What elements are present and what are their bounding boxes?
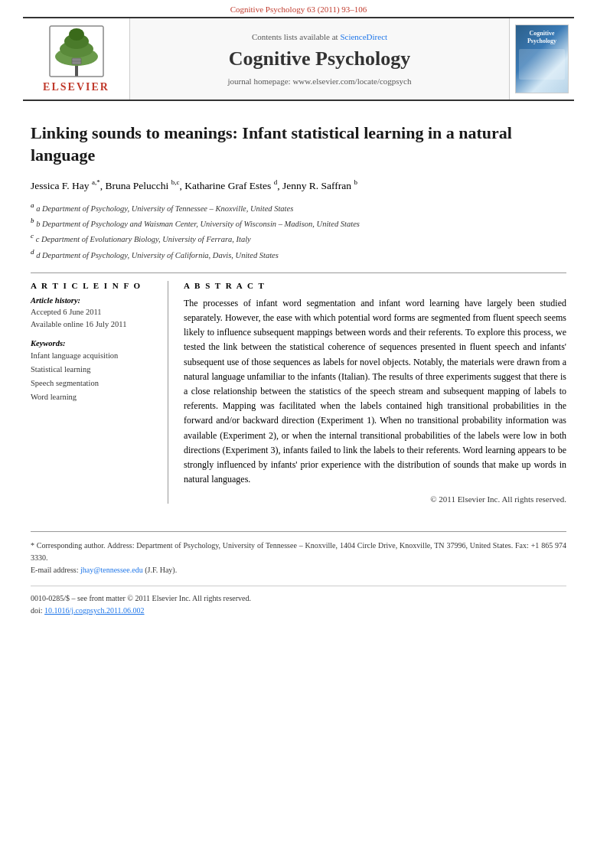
journal-citation: Cognitive Psychology 63 (2011) 93–106 (0, 0, 597, 17)
affiliations-block: a a Department of Psychology, University… (31, 200, 566, 262)
doi-link[interactable]: 10.1016/j.cogpsych.2011.06.002 (44, 606, 144, 615)
two-column-section: A R T I C L E I N F O Article history: A… (31, 281, 566, 504)
journal-homepage-text: journal homepage: www.elsevier.com/locat… (228, 77, 412, 86)
main-content: Linking sounds to meanings: Infant stati… (0, 101, 597, 519)
article-history-block: Article history: Accepted 6 June 2011 Av… (31, 296, 155, 331)
affiliation-d: d d Department of Psychology, University… (31, 246, 566, 262)
elsevier-logo-area: ELSEVIER (23, 18, 130, 100)
journal-info-center: Contents lists available at ScienceDirec… (130, 18, 509, 100)
keyword-2: Statistical learning (31, 363, 155, 377)
svg-point-4 (69, 28, 84, 41)
footnote-section: * Corresponding author. Address: Departm… (31, 531, 566, 576)
abstract-column: A B S T R A C T The processes of infant … (184, 281, 566, 504)
doi-text: doi: 10.1016/j.cogpsych.2011.06.002 (31, 605, 566, 617)
authors-line: Jessica F. Hay a,*, Bruna Pelucchi b,c, … (31, 178, 566, 192)
journal-title: Cognitive Psychology (229, 47, 411, 70)
keyword-3: Speech segmentation (31, 377, 155, 390)
cover-decoration (519, 49, 565, 80)
cover-title: Cognitive Psychology (527, 30, 556, 46)
keyword-4: Word learning (31, 390, 155, 404)
accepted-date: Accepted 6 June 2011 (31, 306, 155, 318)
article-title: Linking sounds to meanings: Infant stati… (31, 122, 566, 166)
abstract-label: A B S T R A C T (184, 281, 566, 290)
article-info-column: A R T I C L E I N F O Article history: A… (31, 281, 168, 504)
issn-text: 0010-0285/$ – see front matter © 2011 El… (31, 592, 566, 605)
keyword-1: Infant language acquisition (31, 349, 155, 363)
abstract-text: The processes of infant word segmentatio… (184, 296, 566, 487)
email-label: E-mail address: (31, 566, 78, 574)
article-info-label: A R T I C L E I N F O (31, 281, 155, 290)
affiliation-c: c c Department of Evolutionary Biology, … (31, 230, 566, 246)
keywords-label: Keywords: (31, 339, 155, 348)
journal-header: ELSEVIER Contents lists available at Sci… (23, 17, 574, 101)
affiliation-b: b b Department of Psychology and Waisman… (31, 215, 566, 230)
email-suffix: (J.F. Hay). (145, 566, 177, 574)
history-label: Article history: (31, 296, 155, 305)
author-email-link[interactable]: jhay@tennessee.edu (80, 566, 143, 574)
doi-bar: 0010-0285/$ – see front matter © 2011 El… (31, 586, 566, 617)
journal-cover-image: Cognitive Psychology (515, 24, 569, 93)
elsevier-tree-icon (46, 24, 107, 78)
available-date: Available online 16 July 2011 (31, 318, 155, 331)
journal-cover-area: Cognitive Psychology (509, 18, 574, 100)
content-divider (31, 272, 566, 273)
sciencedirect-link[interactable]: ScienceDirect (340, 32, 387, 41)
copyright-text: © 2011 Elsevier Inc. All rights reserved… (184, 494, 566, 504)
footnote-text: * Corresponding author. Address: Departm… (31, 540, 566, 576)
affiliation-a: a a Department of Psychology, University… (31, 200, 566, 215)
elsevier-brand: ELSEVIER (43, 81, 109, 93)
keywords-block: Keywords: Infant language acquisition St… (31, 339, 155, 403)
contents-available-text: Contents lists available at ScienceDirec… (252, 32, 387, 41)
